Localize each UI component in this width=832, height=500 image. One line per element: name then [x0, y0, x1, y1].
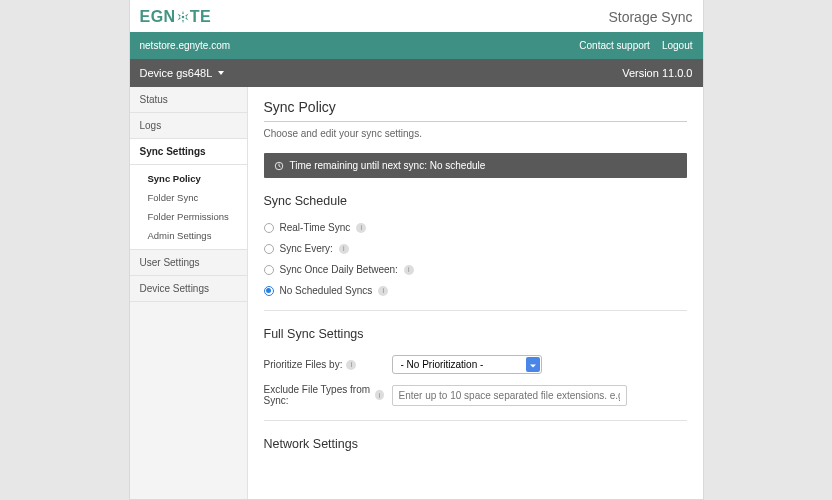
prioritize-label: Prioritize Files by:: [264, 359, 343, 370]
app-title: Storage Sync: [608, 9, 692, 25]
sidebar-item-logs[interactable]: Logs: [130, 113, 247, 139]
info-icon[interactable]: i: [339, 244, 349, 254]
section-full-sync: Full Sync Settings: [264, 327, 687, 345]
info-icon[interactable]: i: [346, 360, 356, 370]
info-icon[interactable]: i: [404, 265, 414, 275]
sidebar-item-folder-permissions[interactable]: Folder Permissions: [130, 207, 247, 226]
sidebar-item-sync-policy[interactable]: Sync Policy: [130, 169, 247, 188]
radio-no-schedule[interactable]: [264, 286, 274, 296]
radio-sync-daily[interactable]: [264, 265, 274, 275]
sync-notice: Time remaining until next sync: No sched…: [264, 153, 687, 178]
sidebar-item-status[interactable]: Status: [130, 87, 247, 113]
domain-text: netstore.egnyte.com: [140, 40, 231, 51]
sync-notice-text: Time remaining until next sync: No sched…: [290, 160, 486, 171]
page-subtitle: Choose and edit your sync settings.: [264, 128, 687, 139]
radio-no-schedule-label: No Scheduled Syncs: [280, 285, 373, 296]
sidebar-subitems-sync: Sync Policy Folder Sync Folder Permissio…: [130, 165, 247, 250]
prioritize-select[interactable]: - No Prioritization -: [392, 355, 542, 374]
brand-text-left: EGN: [140, 8, 176, 26]
sidebar-item-user-settings[interactable]: User Settings: [130, 250, 247, 276]
device-bar: Device gs648L Version 11.0.0: [130, 59, 703, 87]
brand-star-icon: [176, 10, 190, 24]
divider: [264, 310, 687, 311]
divider: [264, 420, 687, 421]
sidebar-item-admin-settings[interactable]: Admin Settings: [130, 226, 247, 245]
section-network: Network Settings: [264, 437, 687, 455]
app-container: EGN TE Storage Sync netstore.eg: [129, 0, 704, 500]
header: EGN TE Storage Sync: [130, 0, 703, 32]
exclude-input[interactable]: [392, 385, 627, 406]
chevron-down-icon: [218, 71, 224, 75]
section-sync-schedule: Sync Schedule: [264, 194, 687, 212]
radio-sync-every-label: Sync Every:: [280, 243, 333, 254]
info-icon[interactable]: i: [356, 223, 366, 233]
sidebar-item-device-settings[interactable]: Device Settings: [130, 276, 247, 302]
contact-support-link[interactable]: Contact support: [579, 40, 650, 51]
version-text: Version 11.0.0: [622, 67, 692, 79]
info-icon[interactable]: i: [378, 286, 388, 296]
logout-link[interactable]: Logout: [662, 40, 693, 51]
radio-realtime-label: Real-Time Sync: [280, 222, 351, 233]
info-icon[interactable]: i: [375, 390, 383, 400]
content-area: Sync Policy Choose and edit your sync se…: [248, 87, 703, 499]
page-title: Sync Policy: [264, 99, 687, 122]
radio-sync-daily-label: Sync Once Daily Between:: [280, 264, 398, 275]
radio-sync-every[interactable]: [264, 244, 274, 254]
sidebar-item-sync-settings[interactable]: Sync Settings: [130, 139, 247, 165]
sidebar: Status Logs Sync Settings Sync Policy Fo…: [130, 87, 248, 499]
sidebar-item-folder-sync[interactable]: Folder Sync: [130, 188, 247, 207]
brand-text-right: TE: [190, 8, 211, 26]
device-selector[interactable]: Device gs648L: [140, 67, 225, 79]
radio-realtime[interactable]: [264, 223, 274, 233]
device-label: Device gs648L: [140, 67, 213, 79]
svg-point-0: [181, 16, 184, 19]
exclude-label: Exclude File Types from Sync:: [264, 384, 372, 406]
clock-icon: [274, 161, 284, 171]
brand-logo: EGN TE: [140, 8, 212, 26]
domain-bar: netstore.egnyte.com Contact support Logo…: [130, 32, 703, 59]
